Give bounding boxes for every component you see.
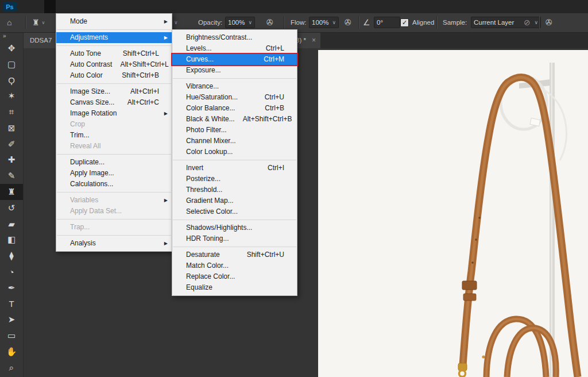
panel-expand-icon[interactable]: » bbox=[0, 32, 23, 40]
menu-item-reveal-all[interactable]: Reveal All bbox=[56, 141, 172, 152]
home-icon[interactable]: ⌂ bbox=[7, 18, 11, 27]
menu-item-replace-color[interactable]: Replace Color... bbox=[172, 271, 297, 282]
airbrush-flow-icon[interactable]: ✇ bbox=[345, 18, 351, 27]
chevron-down-icon[interactable]: ∨ bbox=[332, 20, 336, 25]
menu-edit[interactable] bbox=[33, 0, 44, 13]
menu-item-exposure[interactable]: Exposure... bbox=[172, 65, 297, 76]
document-canvas[interactable] bbox=[318, 50, 588, 377]
menu-item-auto-tone[interactable]: Auto Tone Shift+Ctrl+L bbox=[56, 48, 172, 59]
gradient-tool[interactable]: ◧ bbox=[0, 232, 23, 248]
menu-item-trim[interactable]: Trim... bbox=[56, 130, 172, 141]
marquee-tool[interactable]: ▢ bbox=[0, 56, 23, 72]
menu-type[interactable] bbox=[67, 0, 79, 13]
menu-item-shadows-highlights[interactable]: Shadows/Highlights... bbox=[172, 222, 297, 233]
menu-item-levels[interactable]: Levels... Ctrl+L bbox=[172, 43, 297, 54]
menu-item-image-size[interactable]: Image Size... Alt+Ctrl+I bbox=[56, 86, 172, 97]
bag-strap-photo bbox=[318, 50, 588, 377]
menu-item-analysis[interactable]: Analysis ▶ bbox=[56, 238, 172, 249]
brush-preset-chevron-icon[interactable]: ∨ bbox=[174, 20, 178, 25]
menu-item-selective-color[interactable]: Selective Color... bbox=[172, 206, 297, 217]
menu-item-crop[interactable]: Crop bbox=[56, 119, 172, 130]
menu-item-channel-mixer[interactable]: Channel Mixer... bbox=[172, 136, 297, 147]
strap-buckle bbox=[462, 281, 477, 290]
menu-item-posterize[interactable]: Posterize... bbox=[172, 174, 297, 184]
menu-layer[interactable] bbox=[56, 0, 67, 13]
menu-view[interactable] bbox=[113, 0, 125, 13]
menu-window[interactable] bbox=[136, 0, 148, 13]
flow-field[interactable]: 100% ∨ bbox=[309, 17, 339, 28]
eraser-tool[interactable]: ▰ bbox=[0, 216, 23, 232]
chevron-down-icon[interactable]: ∨ bbox=[42, 20, 45, 25]
airbrush-opacity-icon[interactable]: ✇ bbox=[266, 18, 273, 27]
brush-tool[interactable]: ✎ bbox=[0, 168, 23, 184]
menu-item-variables[interactable]: Variables ▶ bbox=[56, 195, 172, 206]
dodge-tool[interactable]: ◔ bbox=[0, 264, 23, 280]
ignore-adjustment-layers-icon[interactable]: ⊘ bbox=[524, 18, 531, 27]
menu-item-vibrance[interactable]: Vibrance... bbox=[172, 81, 297, 92]
menu-item-trap[interactable]: Trap... bbox=[56, 222, 172, 233]
type-tool[interactable]: T bbox=[0, 296, 23, 312]
angle-field[interactable]: 0° bbox=[374, 17, 400, 28]
aligned-checkbox[interactable]: ✓ bbox=[400, 18, 409, 27]
path-select-tool[interactable]: ➤ bbox=[0, 312, 23, 328]
healing-brush-tool[interactable]: ✚ bbox=[0, 152, 23, 168]
menu-item-auto-color[interactable]: Auto Color Shift+Ctrl+B bbox=[56, 70, 172, 81]
current-tool-icon[interactable]: ♜ bbox=[32, 18, 40, 27]
submenu-arrow-icon: ▶ bbox=[164, 108, 168, 119]
menu-file[interactable] bbox=[21, 0, 33, 13]
menu-item-duplicate[interactable]: Duplicate... bbox=[56, 157, 172, 168]
history-brush-tool[interactable]: ↺ bbox=[0, 200, 23, 216]
menu-item-hue-saturation[interactable]: Hue/Saturation... Ctrl+U bbox=[172, 92, 297, 103]
menu-image[interactable] bbox=[44, 0, 56, 13]
menu-3d[interactable] bbox=[102, 0, 113, 13]
menu-item-curves[interactable]: Curves... Ctrl+M bbox=[172, 54, 297, 65]
menu-item-black-white[interactable]: Black & White... Alt+Shift+Ctrl+B bbox=[172, 114, 297, 125]
menu-item-color-lookup[interactable]: Color Lookup... bbox=[172, 147, 297, 157]
menu-item-calculations[interactable]: Calculations... bbox=[56, 179, 172, 190]
frame-tool[interactable]: ⊠ bbox=[0, 120, 23, 136]
menu-item-adjustments[interactable]: Adjustments ▶ bbox=[56, 32, 172, 43]
pen-tool[interactable]: ✒ bbox=[0, 280, 23, 296]
menu-help[interactable] bbox=[148, 0, 159, 13]
clone-stamp-tool[interactable]: ♜ bbox=[0, 184, 23, 200]
menu-item-match-color[interactable]: Match Color... bbox=[172, 260, 297, 271]
menu-item-image-rotation[interactable]: Image Rotation ▶ bbox=[56, 108, 172, 119]
pressure-size-icon[interactable]: ✇ bbox=[546, 18, 552, 27]
menu-item-auto-contrast[interactable]: Auto Contrast Alt+Shift+Ctrl+L bbox=[56, 59, 172, 70]
menu-filter[interactable] bbox=[90, 0, 102, 13]
opacity-field[interactable]: 100% ∨ bbox=[225, 17, 255, 28]
menu-item-color-balance[interactable]: Color Balance... Ctrl+B bbox=[172, 103, 297, 114]
menu-item-desaturate[interactable]: Desaturate Shift+Ctrl+U bbox=[172, 249, 297, 260]
hand-tool[interactable]: ✋ bbox=[0, 344, 23, 360]
menu-item-mode[interactable]: Mode ▶ bbox=[56, 16, 172, 27]
menu-item-apply-data-set[interactable]: Apply Data Set... bbox=[56, 206, 172, 217]
menu-item-gradient-map[interactable]: Gradient Map... bbox=[172, 195, 297, 206]
shape-tool[interactable]: ▭ bbox=[0, 328, 23, 344]
image-menu: Mode ▶ Adjustments ▶ Auto Tone Shift+Ctr… bbox=[56, 13, 172, 252]
move-tool[interactable]: ✥ bbox=[0, 40, 23, 56]
menu-select[interactable] bbox=[79, 0, 90, 13]
photoshop-logo: Ps bbox=[3, 2, 17, 11]
menu-item-apply-image[interactable]: Apply Image... bbox=[56, 168, 172, 179]
submenu-arrow-icon: ▶ bbox=[164, 32, 168, 43]
blur-tool[interactable]: ⧫ bbox=[0, 248, 23, 264]
document-title-start: DDSA7 bbox=[30, 37, 52, 44]
menu-item-canvas-size[interactable]: Canvas Size... Alt+Ctrl+C bbox=[56, 97, 172, 108]
menu-item-brightness-contrast[interactable]: Brightness/Contrast... bbox=[172, 32, 297, 43]
chevron-down-icon[interactable]: ∨ bbox=[248, 20, 252, 25]
eyedropper-tool[interactable]: ✐ bbox=[0, 136, 23, 152]
menu-plugins[interactable] bbox=[125, 0, 136, 13]
zoom-tool[interactable]: ⌕ bbox=[0, 360, 23, 376]
opacity-label: Opacity: bbox=[198, 19, 222, 26]
submenu-arrow-icon: ▶ bbox=[164, 238, 168, 249]
menu-item-threshold[interactable]: Threshold... bbox=[172, 184, 297, 195]
crop-tool[interactable]: ⌗ bbox=[0, 104, 23, 120]
menu-item-invert[interactable]: Invert Ctrl+I bbox=[172, 163, 297, 174]
close-icon[interactable]: × bbox=[312, 36, 316, 44]
menu-item-hdr-toning[interactable]: HDR Toning... bbox=[172, 233, 297, 244]
magic-wand-tool[interactable]: ✶ bbox=[0, 88, 23, 104]
menu-item-photo-filter[interactable]: Photo Filter... bbox=[172, 125, 297, 136]
lasso-tool[interactable]: Ϙ bbox=[0, 72, 23, 89]
menu-item-equalize[interactable]: Equalize bbox=[172, 282, 297, 293]
divider bbox=[436, 16, 438, 29]
